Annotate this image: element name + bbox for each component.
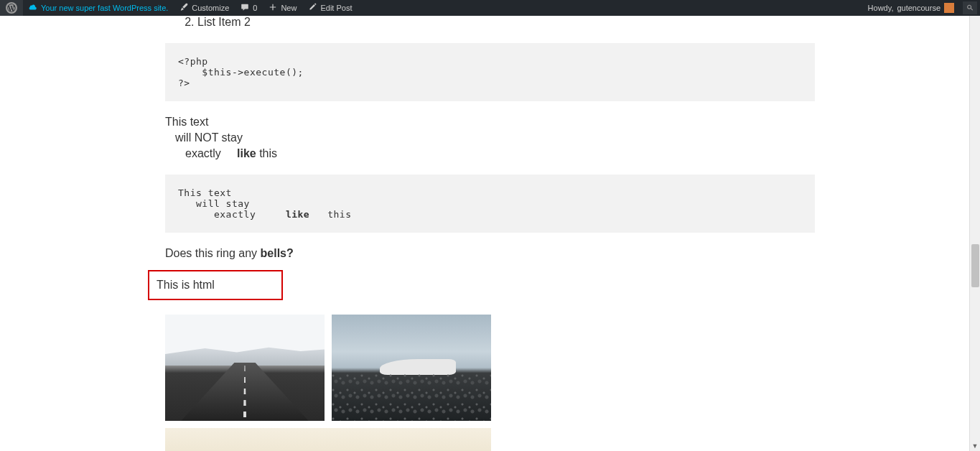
- code-block-text: This text will stay exactly like this: [165, 175, 815, 233]
- search-icon: [966, 4, 974, 13]
- list-item: List Item 2: [197, 16, 815, 29]
- username-text: gutencourse: [897, 4, 941, 12]
- comments-link[interactable]: 0: [235, 0, 263, 16]
- html-block-highlighted: This is html: [148, 270, 283, 300]
- wp-logo-menu[interactable]: [0, 0, 23, 16]
- code-block-php: <?php $this->execute(); ?>: [165, 43, 815, 101]
- plus-icon: [269, 3, 277, 13]
- text-line: exactly like this: [185, 147, 815, 160]
- admin-bar-right: Howdy, gutencourse: [862, 0, 980, 16]
- scrollbar-thumb[interactable]: [971, 244, 979, 287]
- paragraph-block: This text will NOT stay exactly like thi…: [165, 116, 815, 160]
- edit-post-link[interactable]: Edit Post: [302, 0, 358, 16]
- cloud-icon: [29, 3, 37, 13]
- new-content-link[interactable]: New: [263, 0, 302, 16]
- comments-count: 0: [253, 4, 257, 12]
- ordered-list: List Item 2: [197, 16, 815, 29]
- html-block-text: This is html: [157, 279, 215, 291]
- site-name-link[interactable]: Your new super fast WordPress site.: [23, 0, 174, 16]
- gallery-image[interactable]: [165, 315, 325, 421]
- admin-bar-left: Your new super fast WordPress site. Cust…: [0, 0, 358, 16]
- admin-search-button[interactable]: [963, 1, 977, 14]
- customize-label: Customize: [192, 4, 229, 12]
- site-name-text: Your new super fast WordPress site.: [41, 4, 168, 12]
- pencil-icon: [308, 3, 317, 13]
- avatar: [944, 3, 954, 13]
- question-paragraph: Does this ring any bells?: [165, 247, 815, 260]
- vertical-scrollbar[interactable]: ▲ ▼: [969, 0, 980, 451]
- gallery-image[interactable]: [332, 315, 491, 421]
- howdy-text: Howdy,: [868, 4, 894, 12]
- comment-icon: [241, 3, 249, 13]
- new-label: New: [281, 4, 297, 12]
- post-content: List Item 2 <?php $this->execute(); ?> T…: [165, 16, 815, 451]
- customize-link[interactable]: Customize: [174, 0, 235, 16]
- image-gallery: [165, 315, 815, 451]
- user-account-link[interactable]: Howdy, gutencourse: [862, 0, 960, 16]
- paintbrush-icon: [179, 3, 188, 13]
- text-line: will NOT stay: [175, 131, 815, 144]
- gallery-image[interactable]: [165, 428, 491, 451]
- wordpress-admin-bar: Your new super fast WordPress site. Cust…: [0, 0, 980, 16]
- page-body: List Item 2 <?php $this->execute(); ?> T…: [0, 0, 980, 451]
- wordpress-logo-icon: [6, 2, 17, 14]
- edit-post-label: Edit Post: [320, 4, 352, 12]
- scroll-down-arrow-icon[interactable]: ▼: [970, 440, 980, 451]
- text-line: This text: [165, 116, 815, 129]
